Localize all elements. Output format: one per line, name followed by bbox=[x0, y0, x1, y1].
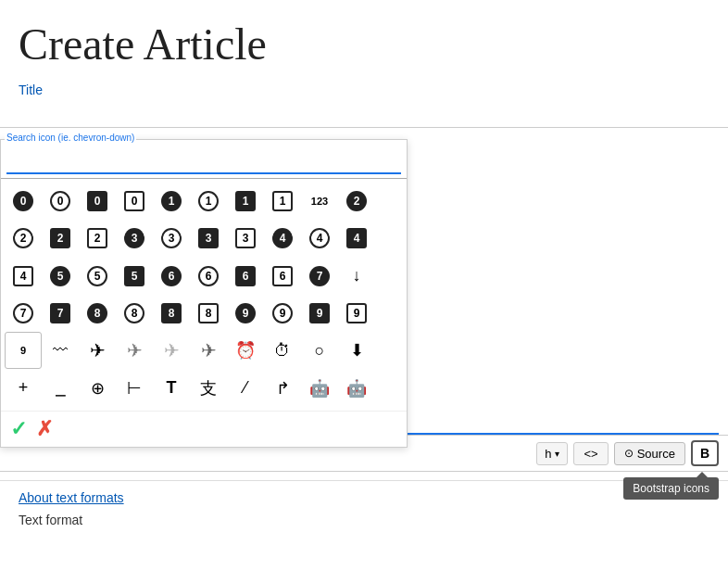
list-item[interactable]: 0 bbox=[5, 183, 42, 220]
list-item[interactable]: ○ bbox=[301, 332, 338, 369]
list-item[interactable]: 4 bbox=[338, 220, 375, 257]
list-item[interactable]: 7 bbox=[42, 295, 79, 332]
list-item[interactable]: 8 bbox=[190, 295, 227, 332]
bottom-links: About text formats Text format bbox=[0, 480, 728, 537]
list-item[interactable]: 6 bbox=[227, 258, 264, 295]
list-item[interactable]: 1 bbox=[264, 183, 301, 220]
list-item[interactable]: 123 bbox=[301, 183, 338, 220]
text-format-label: Text format bbox=[19, 513, 709, 527]
list-item[interactable]: 5 bbox=[79, 258, 116, 295]
list-item[interactable]: 7 bbox=[301, 258, 338, 295]
icon-search-input[interactable] bbox=[6, 151, 401, 174]
source-button[interactable]: ⊙ Source bbox=[614, 442, 685, 465]
list-item[interactable]: 2 bbox=[42, 220, 79, 257]
confirm-button[interactable]: ✓ bbox=[10, 417, 27, 441]
list-item[interactable]: 3 bbox=[116, 220, 153, 257]
bootstrap-label: B bbox=[700, 446, 709, 461]
icons-grid-container: 0 0 0 0 1 1 1 1 123 2 2 2 2 3 3 3 3 4 4 … bbox=[1, 179, 407, 411]
list-item[interactable]: 2 bbox=[338, 183, 375, 220]
icons-grid: 0 0 0 0 1 1 1 1 123 2 2 2 2 3 3 3 3 4 4 … bbox=[1, 179, 407, 411]
list-item[interactable]: 5 bbox=[42, 258, 79, 295]
search-row: Search icon (ie. chevron-down) bbox=[1, 140, 407, 179]
list-item[interactable]: + bbox=[5, 370, 42, 407]
list-item[interactable]: T bbox=[153, 370, 190, 407]
bootstrap-tooltip: Bootstrap icons bbox=[623, 477, 719, 500]
list-item[interactable]: 2 bbox=[79, 220, 116, 257]
search-label: Search icon (ie. chevron-down) bbox=[5, 133, 136, 143]
about-text-formats-link[interactable]: About text formats bbox=[19, 490, 709, 505]
list-item[interactable]: ↱ bbox=[264, 370, 301, 407]
list-item[interactable]: 1 bbox=[190, 183, 227, 220]
list-item[interactable]: 6 bbox=[190, 258, 227, 295]
source-label: Source bbox=[637, 447, 675, 461]
list-item[interactable]: 3 bbox=[153, 220, 190, 257]
list-item[interactable]: 0 bbox=[79, 183, 116, 220]
list-item[interactable]: ✈ bbox=[190, 332, 227, 369]
list-item[interactable]: ⬇ bbox=[338, 332, 375, 369]
title-label: Title bbox=[0, 79, 728, 101]
list-item[interactable]: 3 bbox=[227, 220, 264, 257]
list-item[interactable]: 8 bbox=[79, 295, 116, 332]
list-item[interactable]: ✈ bbox=[79, 332, 116, 369]
list-item[interactable]: ✈ bbox=[153, 332, 190, 369]
heading-value: h bbox=[545, 447, 551, 461]
list-item[interactable]: 9 bbox=[5, 332, 42, 369]
chevron-down-icon: ▾ bbox=[555, 449, 559, 459]
list-item[interactable]: 6 bbox=[264, 258, 301, 295]
list-item[interactable]: 1 bbox=[153, 183, 190, 220]
bootstrap-icons-button[interactable]: B bbox=[691, 440, 719, 466]
list-item[interactable]: 9 bbox=[264, 295, 301, 332]
list-item[interactable]: 6 bbox=[153, 258, 190, 295]
list-item[interactable]: ✈ bbox=[116, 332, 153, 369]
code-icon: <> bbox=[584, 447, 597, 461]
list-item[interactable]: 4 bbox=[264, 220, 301, 257]
list-item[interactable]: 〰 bbox=[42, 332, 79, 369]
list-item[interactable]: 9 bbox=[301, 295, 338, 332]
list-item[interactable]: 2 bbox=[5, 220, 42, 257]
list-item[interactable]: ⊢ bbox=[116, 370, 153, 407]
list-item[interactable]: 4 bbox=[5, 258, 42, 295]
list-item[interactable]: ⏰ bbox=[227, 332, 264, 369]
list-item[interactable]: 8 bbox=[116, 295, 153, 332]
heading-select[interactable]: h ▾ bbox=[536, 442, 568, 465]
list-item[interactable]: 9 bbox=[338, 295, 375, 332]
title-input[interactable] bbox=[19, 103, 709, 127]
list-item[interactable]: 4 bbox=[301, 220, 338, 257]
icon-picker-panel: Search icon (ie. chevron-down) 0 0 0 0 1… bbox=[0, 139, 408, 448]
bootstrap-btn-wrapper: B Bootstrap icons bbox=[691, 440, 719, 466]
list-item[interactable]: ⏱ bbox=[264, 332, 301, 369]
cancel-button[interactable]: ✗ bbox=[36, 417, 53, 441]
source-icon: ⊙ bbox=[624, 447, 634, 460]
list-item[interactable]: 5 bbox=[116, 258, 153, 295]
list-item[interactable]: 3 bbox=[190, 220, 227, 257]
list-item[interactable]: 9 bbox=[227, 295, 264, 332]
title-input-row bbox=[0, 103, 728, 128]
list-item[interactable]: 0 bbox=[116, 183, 153, 220]
list-item[interactable]: 支 bbox=[190, 370, 227, 407]
list-item[interactable]: ∕ bbox=[227, 370, 264, 407]
picker-footer: ✓ ✗ bbox=[1, 411, 407, 447]
list-item[interactable]: 8 bbox=[153, 295, 190, 332]
list-item[interactable]: 🤖 bbox=[338, 370, 375, 407]
list-item[interactable]: 7 bbox=[5, 295, 42, 332]
page-title: Create Article bbox=[0, 0, 728, 79]
list-item[interactable]: ⎯ bbox=[42, 370, 79, 407]
list-item[interactable]: 🤖 bbox=[301, 370, 338, 407]
list-item[interactable]: 0 bbox=[42, 183, 79, 220]
list-item[interactable]: 1 bbox=[227, 183, 264, 220]
list-item[interactable]: ↓ bbox=[338, 258, 375, 295]
list-item[interactable]: ⊕ bbox=[79, 370, 116, 407]
code-view-button[interactable]: <> bbox=[573, 442, 608, 465]
